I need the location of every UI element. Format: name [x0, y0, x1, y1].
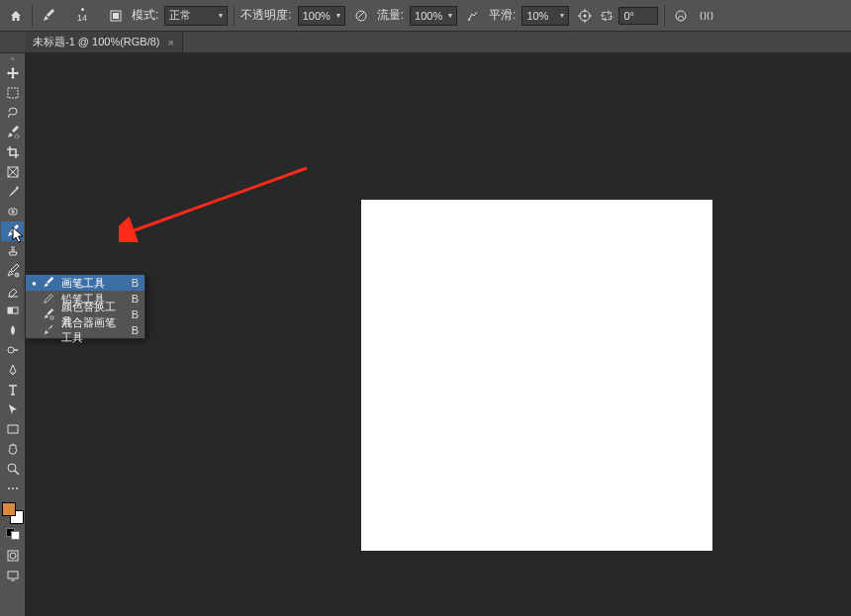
divider [32, 5, 33, 27]
divider [664, 5, 665, 27]
svg-point-2 [356, 11, 366, 21]
svg-rect-1 [113, 13, 119, 19]
zoom-tool[interactable] [1, 459, 24, 479]
pen-tool[interactable] [1, 360, 24, 380]
brush-tool[interactable] [1, 221, 24, 241]
brush-tool-indicator-icon[interactable] [39, 6, 58, 26]
angle-input[interactable]: 0° [618, 7, 658, 25]
flyout-item-shortcut: B [129, 277, 139, 289]
svg-point-3 [468, 19, 470, 21]
svg-rect-7 [8, 88, 18, 98]
screen-mode-toggle[interactable] [1, 566, 24, 585]
divider [234, 5, 235, 27]
flyout-item-shortcut: B [129, 324, 139, 336]
angle-value: 0° [623, 10, 634, 22]
rectangle-tool[interactable] [1, 419, 24, 439]
history-brush-tool[interactable] [1, 261, 24, 281]
symmetry-toggle-icon[interactable] [697, 6, 716, 26]
options-bar: 14 模式: 正常 ▾ 不透明度: 100% ▾ 流量: 100% ▾ 平滑: … [0, 0, 851, 32]
opacity-value: 100% [303, 10, 331, 22]
brush-panel-toggle-icon[interactable] [106, 6, 126, 26]
opacity-label: 不透明度: [240, 7, 291, 24]
chevron-down-icon: ▾ [448, 11, 452, 20]
eraser-tool[interactable] [1, 281, 24, 301]
blend-mode-select[interactable]: 正常 ▾ [164, 6, 228, 26]
document-tab-title: 未标题-1 @ 100%(RGB/8) [33, 35, 160, 49]
frame-tool[interactable] [1, 162, 24, 182]
healing-brush-tool[interactable] [1, 202, 24, 221]
svg-point-23 [50, 316, 53, 319]
gradient-tool[interactable] [1, 301, 24, 320]
smoothing-value: 10% [526, 10, 548, 22]
flyout-item-shortcut: B [129, 293, 139, 305]
clone-stamp-tool[interactable] [1, 241, 24, 261]
svg-rect-12 [8, 308, 18, 313]
document-tab[interactable]: 未标题-1 @ 100%(RGB/8) × [25, 32, 183, 52]
svg-point-24 [50, 326, 52, 328]
type-tool[interactable] [1, 380, 24, 399]
panel-grip-icon[interactable]: » [0, 53, 25, 63]
quick-mask-toggle[interactable] [1, 546, 24, 566]
opacity-pressure-toggle-icon[interactable] [351, 6, 371, 26]
brush-icon [42, 277, 55, 289]
foreground-color-swatch[interactable] [2, 502, 16, 516]
size-pressure-toggle-icon[interactable] [671, 6, 691, 26]
svg-point-14 [8, 347, 14, 353]
flyout-item-mixer-brush[interactable]: 混合器画笔工具 B [26, 322, 144, 338]
mode-label: 模式: [132, 7, 158, 24]
color-replacement-icon [42, 308, 55, 320]
smoothing-label: 平滑: [489, 7, 516, 24]
chevron-down-icon: ▾ [336, 11, 340, 20]
brush-size-value: 14 [77, 13, 87, 23]
document-tab-bar: 未标题-1 @ 100%(RGB/8) × [0, 32, 851, 53]
brush-preset-picker[interactable]: 14 [64, 4, 100, 28]
lasso-tool[interactable] [1, 103, 24, 123]
flow-label: 流量: [377, 7, 404, 24]
default-colors-icon[interactable] [6, 528, 20, 540]
crop-tool[interactable] [1, 142, 24, 162]
opacity-select[interactable]: 100% ▾ [298, 6, 345, 26]
svg-point-16 [8, 464, 16, 472]
home-icon[interactable] [6, 6, 26, 26]
svg-rect-10 [9, 209, 17, 215]
svg-point-11 [15, 273, 19, 277]
svg-rect-22 [8, 572, 18, 578]
airbrush-toggle-icon[interactable] [463, 6, 483, 26]
flyout-item-label: 混合器画笔工具 [61, 315, 123, 345]
svg-point-8 [15, 134, 19, 138]
hand-tool[interactable] [1, 439, 24, 459]
close-icon[interactable]: × [168, 37, 174, 48]
brush-tool-flyout-menu: ● 画笔工具 B 铅笔工具 B 颜色替换工具 B 混合器画笔工具 B [25, 274, 145, 339]
blur-tool[interactable] [1, 320, 24, 340]
dodge-tool[interactable] [1, 340, 24, 360]
flow-select[interactable]: 100% ▾ [410, 6, 457, 26]
document-canvas[interactable] [361, 200, 712, 551]
smoothing-select[interactable]: 10% ▾ [521, 6, 569, 26]
canvas-area[interactable] [25, 53, 851, 616]
chevron-down-icon: ▾ [560, 11, 564, 20]
color-swatches[interactable] [2, 502, 24, 524]
blend-mode-value: 正常 [169, 8, 191, 23]
flyout-item-shortcut: B [129, 308, 139, 320]
flow-value: 100% [415, 10, 442, 22]
flyout-item-brush[interactable]: ● 画笔工具 B [26, 275, 144, 291]
flyout-item-label: 画笔工具 [61, 276, 123, 291]
quick-selection-tool[interactable] [1, 123, 24, 142]
path-selection-tool[interactable] [1, 399, 24, 419]
smoothing-options-icon[interactable] [575, 6, 595, 26]
toolbar-more-icon[interactable] [1, 479, 24, 498]
svg-rect-9 [8, 167, 18, 177]
selected-indicator-icon: ● [32, 279, 36, 288]
eyedropper-tool[interactable] [1, 182, 24, 202]
mixer-brush-icon [42, 324, 55, 336]
svg-point-5 [584, 14, 587, 17]
svg-rect-20 [8, 551, 18, 561]
svg-point-19 [16, 487, 18, 489]
rectangular-marquee-tool[interactable] [1, 83, 24, 103]
svg-point-18 [12, 487, 14, 489]
pencil-icon [42, 293, 55, 305]
angle-icon: ⮔ [601, 9, 613, 23]
move-tool[interactable] [1, 63, 24, 83]
chevron-down-icon: ▾ [219, 11, 223, 20]
svg-point-21 [10, 553, 16, 559]
